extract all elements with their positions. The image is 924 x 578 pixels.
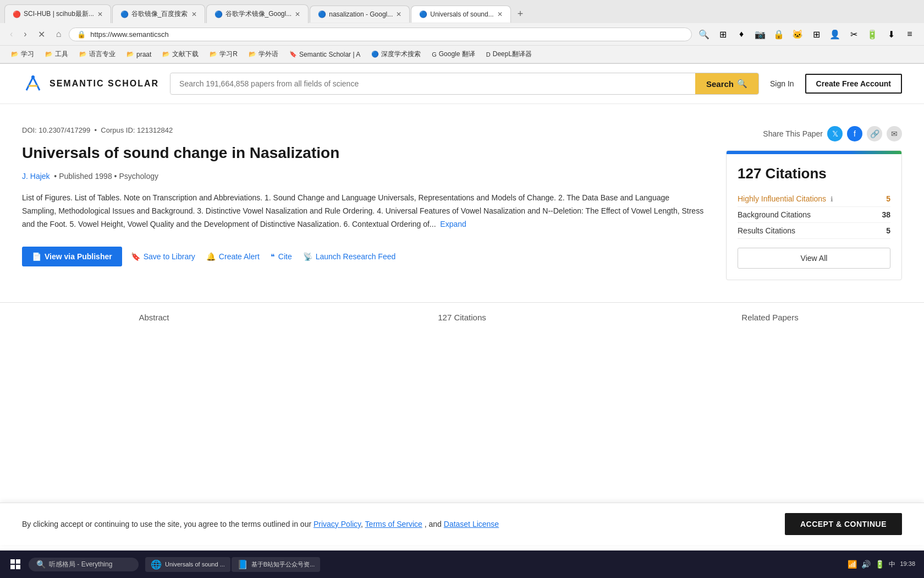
feed-button[interactable]: 📡 Launch Research Feed [301,248,398,265]
menu-button[interactable]: ≡ [902,26,917,42]
camera-extension[interactable]: 📷 [752,26,768,42]
folder-icon: 📂 [127,51,134,58]
language-indicator[interactable]: 中 [889,560,895,569]
results-citations-row: Results Citations 5 [738,223,890,239]
wifi-icon[interactable]: 📶 [848,560,857,569]
tab-favicon-scihub: 🔴 [13,10,20,18]
cookie-banner: By clicking accept or continuing to use … [0,503,924,545]
browser-icon: 🌐 [151,559,162,570]
address-bar[interactable]: 🔒 https://www.semanticsch [69,28,692,41]
search-extension[interactable]: 🔍 [696,26,712,42]
privacy-policy-link[interactable]: Privacy Policy [314,520,361,528]
bookmark-label: 文献下载 [172,50,199,59]
tab-scihub[interactable]: 🔴 SCI-HUB | scihub最新... ✕ [4,4,111,23]
taskbar-app-word[interactable]: 📘 基于B站知乎公众号资... [232,557,321,572]
create-account-button[interactable]: Create Free Account [805,74,902,94]
alert-label: Create Alert [219,252,260,261]
tab-nasalization[interactable]: 🔵 nasalization - Googl... ✕ [310,6,410,23]
tab-google-mirror[interactable]: 🔵 谷歌学术镜像_Googl... ✕ [206,4,309,23]
signin-link[interactable]: Sign In [770,79,794,88]
bookmark-label: DeepL翻译器 [493,50,532,59]
tab-abstract[interactable]: Abstract [0,303,308,334]
create-alert-button[interactable]: 🔔 Create Alert [204,248,262,265]
tab-close-universals[interactable]: ✕ [497,10,503,18]
tab-favicon-baidu: 🔵 [120,10,128,18]
bookmark-praat[interactable]: 📂 praat [122,49,156,60]
bookmark-foreign[interactable]: 📂 学外语 [244,48,283,61]
expand-link[interactable]: Expand [440,220,466,228]
bookmark-study[interactable]: 📂 学习 [7,48,38,61]
svg-rect-4 [16,565,20,569]
refresh-button[interactable]: ✕ [35,27,48,42]
taskbar-app-universals[interactable]: 🌐 Universals of sound ... [145,557,230,572]
download-extension[interactable]: ⬇ [883,26,899,42]
publisher-icon: 📄 [32,252,41,261]
dataset-license-link[interactable]: Dataset License [444,520,499,528]
diamond-extension[interactable]: ♦ [734,26,749,42]
taskbar-apps: 🌐 Universals of sound ... 📘 基于B站知乎公众号资..… [141,557,845,572]
windows-extension[interactable]: ⊞ [715,26,730,42]
volume-icon[interactable]: 🔊 [861,560,871,569]
back-button[interactable]: ‹ [7,27,16,41]
view-all-button[interactable]: View All [738,248,890,269]
bookmark-google-translate[interactable]: G Google 翻译 [427,48,480,61]
logo-link[interactable]: SEMANTIC SCHOLAR [22,73,159,95]
save-library-button[interactable]: 🔖 Save to Library [129,248,197,265]
home-button[interactable]: ⌂ [53,27,65,41]
share-email-button[interactable]: ✉ [887,126,902,141]
info-icon[interactable]: ℹ [831,195,833,203]
taskbar-clock[interactable]: 19:38 [900,560,915,568]
bookmark-label: 学习 [21,50,34,59]
forward-button[interactable]: › [20,27,30,41]
person-extension[interactable]: 👤 [827,26,843,42]
abstract-text: List of Figures. List of Tables. Note on… [22,193,703,228]
share-link-button[interactable]: 🔗 [867,126,882,141]
taskbar-search[interactable]: 🔍 听感格局 - Everything [29,558,139,571]
tab-universals[interactable]: 🔵 Universals of sound... ✕ [411,6,510,23]
share-facebook-button[interactable]: f [847,126,862,141]
background-citations-row: Background Citations 38 [738,207,890,223]
bookmark-r[interactable]: 📂 学习R [205,48,242,61]
tab-related[interactable]: Related Papers [616,303,924,334]
start-button[interactable] [4,553,26,575]
paper-authors: J. Hajek • Published 1998 • Psychology [22,172,704,181]
share-twitter-button[interactable]: 𝕏 [827,126,843,141]
share-label: Share This Paper [763,129,823,138]
scissors-extension[interactable]: ✂ [846,26,861,42]
cat-extension[interactable]: 🐱 [790,26,805,42]
grid-extension[interactable]: ⊞ [809,26,824,42]
influential-citations-label[interactable]: Highly Influential Citations ℹ [738,194,833,203]
tab-close-baidu[interactable]: ✕ [191,10,197,18]
bookmark-deep-search[interactable]: 🔵 深度学术搜索 [367,48,425,61]
cite-button[interactable]: ❝ Cite [268,248,294,265]
tab-close-google-mirror[interactable]: ✕ [295,10,300,18]
taskbar-search-icon: 🔍 [36,560,46,569]
taskbar-app-label-word: 基于B站知乎公众号资... [251,560,315,569]
paper-abstract: List of Figures. List of Tables. Note on… [22,192,704,231]
battery-extension[interactable]: 🔋 [865,26,880,42]
lock-extension[interactable]: 🔒 [771,26,787,42]
svg-rect-1 [10,559,15,564]
search-button[interactable]: Search 🔍 [695,73,758,94]
accept-button[interactable]: ACCEPT & CONTINUE [785,513,902,535]
bookmark-linguistics[interactable]: 📂 语言专业 [75,48,120,61]
new-tab-button[interactable]: + [512,5,529,23]
tab-title-baidu: 谷歌镜像_百度搜索 [131,9,188,19]
terms-of-service-link[interactable]: Terms of Service [365,520,422,528]
author-link[interactable]: J. Hajek [22,172,50,181]
tab-baidu[interactable]: 🔵 谷歌镜像_百度搜索 ✕ [112,4,205,23]
search-input[interactable] [170,74,695,94]
tab-citations[interactable]: 127 Citations [308,303,616,334]
tab-close-nasalization[interactable]: ✕ [396,10,402,18]
bookmark-tools[interactable]: 📂 工具 [41,48,73,61]
paper-actions: 📄 View via Publisher 🔖 Save to Library 🔔… [22,247,704,266]
tab-close-scihub[interactable]: ✕ [97,10,103,18]
bookmark-deepl[interactable]: D DeepL翻译器 [482,48,536,61]
paper-title: Universals of sound change in Nasalizati… [22,143,704,163]
bookmark-label: Semantic Scholar | A [299,51,360,58]
page-container: SEMANTIC SCHOLAR Search 🔍 Sign In Create… [0,64,924,449]
battery-icon[interactable]: 🔋 [875,560,884,569]
view-publisher-button[interactable]: 📄 View via Publisher [22,247,122,266]
bookmark-semantic[interactable]: 🔖 Semantic Scholar | A [285,49,365,60]
bookmark-papers[interactable]: 📂 文献下载 [158,48,203,61]
